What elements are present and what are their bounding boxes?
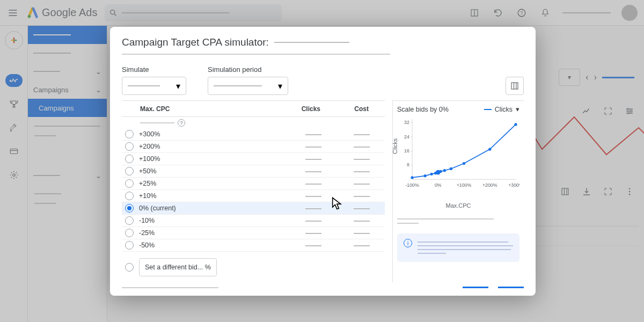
- col-clicks: Clicks: [229, 105, 320, 113]
- chart-xlabel: Max.CPC: [397, 202, 519, 209]
- bid-label: +100%: [139, 155, 230, 163]
- svg-text:+300%: +300%: [508, 182, 519, 188]
- modal-title: Campaign Target CPA simulator:: [122, 36, 524, 48]
- modal-subtitle: [122, 54, 390, 55]
- bid-row[interactable]: +300%: [122, 128, 385, 141]
- chart-info-callout: i: [397, 233, 519, 262]
- column-picker-button[interactable]: [506, 77, 524, 95]
- simulator-table: Max. CPC Clicks Cost ? +300% +200% +100%…: [122, 100, 385, 282]
- custom-bid-input[interactable]: Set a different bid... %: [139, 258, 217, 276]
- svg-text:0%: 0%: [435, 182, 442, 188]
- bid-label: +50%: [139, 167, 230, 175]
- period-label: Simulation period: [208, 65, 288, 74]
- svg-point-39: [463, 162, 465, 165]
- svg-text:32: 32: [404, 120, 409, 125]
- bid-radio[interactable]: [125, 241, 134, 250]
- bid-row[interactable]: +25%: [122, 178, 385, 190]
- svg-text:24: 24: [404, 134, 409, 140]
- col-cost: Cost: [320, 105, 374, 113]
- bid-label: 0% (current): [139, 204, 230, 212]
- bid-radio[interactable]: [125, 155, 134, 163]
- period-dropdown[interactable]: ▾: [208, 77, 288, 95]
- bid-label: +25%: [139, 180, 230, 187]
- custom-bid-radio[interactable]: [125, 263, 134, 272]
- apply-button[interactable]: [498, 287, 524, 288]
- table-subheading: ?: [140, 119, 385, 127]
- svg-rect-15: [511, 83, 518, 89]
- simulator-chart: Clicks 8162432-100%0%+100%+200%+300%: [397, 115, 519, 201]
- simulate-label: Simulate: [122, 65, 186, 74]
- svg-text:8: 8: [407, 162, 409, 167]
- simulator-chart-panel: Scale bids by 0% Clicks ▾ Clicks 8162432…: [392, 100, 524, 282]
- bid-row[interactable]: +200%: [122, 141, 385, 153]
- svg-point-31: [411, 176, 413, 179]
- bid-radio[interactable]: [125, 179, 134, 188]
- chart-metric-dropdown[interactable]: Clicks ▾: [484, 105, 519, 113]
- svg-text:+200%: +200%: [482, 182, 497, 188]
- svg-point-32: [424, 174, 427, 177]
- simulate-dropdown[interactable]: ▾: [122, 77, 186, 95]
- bid-row[interactable]: 0% (current): [122, 202, 385, 215]
- svg-point-33: [430, 173, 433, 175]
- bid-label: +300%: [139, 130, 230, 138]
- help-tooltip-icon[interactable]: ?: [178, 119, 185, 127]
- svg-text:16: 16: [404, 148, 409, 153]
- bid-row[interactable]: +50%: [122, 165, 385, 178]
- svg-text:-100%: -100%: [405, 182, 419, 188]
- svg-point-38: [450, 167, 452, 170]
- svg-point-37: [443, 169, 446, 172]
- scale-bids-label: Scale bids by 0%: [397, 106, 449, 113]
- bid-radio[interactable]: [125, 142, 134, 151]
- svg-point-41: [514, 123, 517, 126]
- bid-radio[interactable]: [125, 216, 134, 225]
- cancel-button[interactable]: [463, 287, 488, 288]
- bid-radio[interactable]: [125, 192, 134, 200]
- bid-label: -50%: [139, 241, 230, 249]
- bid-radio[interactable]: [125, 229, 134, 237]
- chart-meta: [397, 215, 519, 227]
- bid-row[interactable]: -25%: [122, 227, 385, 239]
- bid-row[interactable]: +10%: [122, 190, 385, 202]
- bid-row[interactable]: -50%: [122, 239, 385, 252]
- footer-note: [122, 287, 218, 288]
- bid-radio[interactable]: [125, 130, 134, 138]
- bid-row[interactable]: +100%: [122, 153, 385, 165]
- bid-label: -10%: [139, 217, 230, 224]
- info-icon: i: [404, 239, 412, 247]
- svg-point-40: [488, 148, 491, 151]
- modal-footer: [122, 282, 524, 288]
- bid-label: +10%: [139, 192, 230, 200]
- chart-metric-label: Clicks: [495, 106, 513, 113]
- col-maxcpc: Max. CPC: [122, 105, 229, 113]
- cpa-simulator-modal: Campaign Target CPA simulator: Simulate …: [110, 27, 536, 296]
- bid-label: -25%: [139, 229, 230, 237]
- bid-radio[interactable]: [125, 167, 134, 175]
- svg-text:+100%: +100%: [457, 182, 472, 188]
- bid-label: +200%: [139, 143, 230, 150]
- cursor-icon: [330, 196, 345, 211]
- bid-row[interactable]: -10%: [122, 215, 385, 227]
- svg-point-36: [439, 170, 442, 173]
- bid-radio[interactable]: [125, 204, 134, 213]
